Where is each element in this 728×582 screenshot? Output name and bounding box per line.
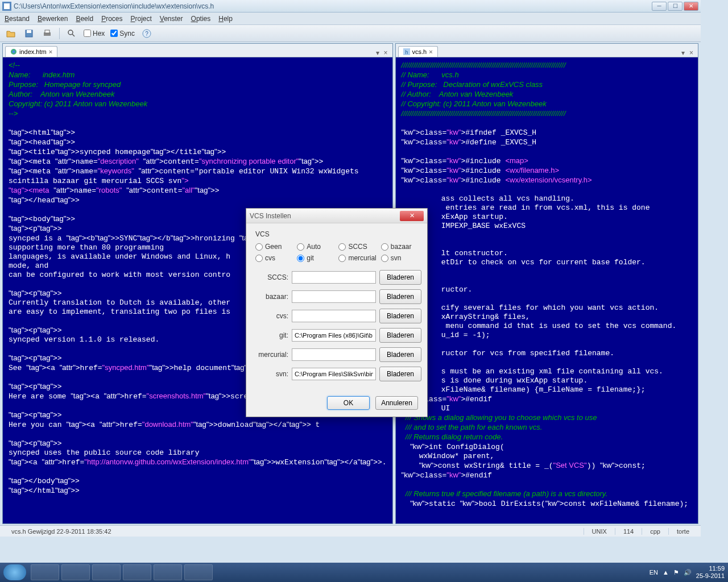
field-input-git[interactable]: [292, 329, 376, 342]
pane-close-icon[interactable]: ×: [687, 49, 696, 57]
hex-checkbox[interactable]: Hex: [84, 30, 105, 38]
field-label: svn:: [255, 370, 288, 378]
window-titlebar: C:\Users\Anton\wxExtension\extension\inc…: [0, 0, 701, 13]
tab-dropdown-icon[interactable]: ▾: [374, 49, 382, 57]
tab-vcs-h[interactable]: h vcs.h ×: [398, 46, 438, 57]
menu-help[interactable]: Help: [218, 15, 233, 23]
svg-point-6: [68, 30, 73, 35]
browse-button[interactable]: Bladeren: [379, 289, 421, 304]
menu-beeld[interactable]: Beeld: [76, 15, 93, 23]
browse-button[interactable]: Bladeren: [379, 347, 421, 362]
svg-rect-5: [45, 30, 49, 33]
tab-dropdown-icon[interactable]: ▾: [679, 49, 687, 57]
menubar: Bestand Bewerken Beeld Proces Project Ve…: [0, 13, 701, 25]
radio-geen[interactable]: Geen: [255, 243, 292, 251]
field-label: cvs:: [255, 312, 288, 320]
help-icon[interactable]: ?: [140, 27, 153, 40]
ok-button[interactable]: OK: [327, 396, 370, 410]
menu-opties[interactable]: Opties: [191, 15, 211, 23]
tab-close-icon[interactable]: ×: [49, 48, 52, 55]
field-label: SCCS:: [255, 273, 288, 281]
dialog-close-button[interactable]: ✕: [400, 211, 424, 221]
right-editor[interactable]: ////////////////////////////////////////…: [396, 57, 698, 523]
radio-svn[interactable]: svn: [381, 254, 418, 262]
status-encoding: UNIX: [584, 528, 615, 535]
field-label: bazaar:: [255, 293, 288, 301]
svg-rect-1: [4, 3, 10, 9]
svg-text:h: h: [405, 49, 408, 55]
h-file-icon: h: [403, 48, 410, 55]
tab-close-icon[interactable]: ×: [429, 48, 432, 55]
svg-line-7: [72, 34, 75, 36]
field-label: mercurial:: [255, 351, 288, 359]
minimize-button[interactable]: ─: [652, 2, 667, 11]
radio-bazaar[interactable]: bazaar: [381, 243, 418, 251]
tab-label: vcs.h: [412, 48, 427, 55]
dialog-title: VCS Instellen: [250, 212, 400, 220]
tab-index-htm[interactable]: index.htm ×: [5, 46, 57, 57]
sync-checkbox[interactable]: Sync: [110, 30, 135, 38]
field-input-mercurial[interactable]: [292, 348, 376, 361]
svg-text:?: ?: [145, 31, 148, 37]
field-input-sccs[interactable]: [292, 271, 376, 284]
menu-bestand[interactable]: Bestand: [5, 15, 30, 23]
field-input-cvs[interactable]: [292, 310, 376, 322]
svg-point-11: [13, 51, 15, 53]
radio-cvs[interactable]: cvs: [255, 254, 292, 262]
status-theme: torte: [668, 528, 697, 535]
open-icon[interactable]: [5, 27, 17, 40]
close-button[interactable]: ✕: [684, 2, 698, 11]
maximize-button[interactable]: ☐: [668, 2, 682, 11]
field-input-bazaar[interactable]: [292, 290, 376, 303]
browse-button[interactable]: Bladeren: [379, 367, 421, 381]
browse-button[interactable]: Bladeren: [379, 270, 421, 285]
field-label: git:: [255, 331, 288, 339]
status-lang: cpp: [642, 528, 668, 535]
vcs-dialog: VCS Instellen ✕ VCS GeenAutoSCCSbazaarcv…: [246, 208, 428, 417]
menu-proces[interactable]: Proces: [101, 15, 122, 23]
svg-rect-3: [27, 30, 31, 33]
status-file: vcs.h Gewijzigd 22-9-2011 18:35:42: [3, 528, 584, 535]
field-input-svn[interactable]: [292, 368, 376, 380]
browse-button[interactable]: Bladeren: [379, 328, 421, 343]
vcs-group-label: VCS: [255, 230, 418, 238]
tab-label: index.htm: [19, 48, 47, 55]
cancel-button[interactable]: Annuleren: [375, 396, 418, 410]
save-icon[interactable]: [23, 27, 35, 40]
print-icon[interactable]: [41, 27, 53, 40]
toolbar: Hex Sync ?: [0, 25, 701, 42]
browse-button[interactable]: Bladeren: [379, 309, 421, 323]
radio-git[interactable]: git: [297, 254, 334, 262]
menu-project[interactable]: Project: [130, 15, 151, 23]
window-title: C:\Users\Anton\wxExtension\extension\inc…: [14, 2, 652, 10]
chrome-icon: [10, 48, 17, 55]
right-pane: h vcs.h × ▾ × //////////////////////////…: [395, 43, 698, 524]
status-line: 114: [615, 528, 642, 535]
pane-close-icon[interactable]: ×: [382, 49, 390, 57]
menu-bewerken[interactable]: Bewerken: [38, 15, 68, 23]
status-bar: vcs.h Gewijzigd 22-9-2011 18:35:42 UNIX …: [0, 525, 701, 537]
app-icon: [2, 2, 11, 11]
radio-auto[interactable]: Auto: [297, 243, 334, 251]
radio-mercurial[interactable]: mercurial: [338, 254, 376, 262]
radio-sccs[interactable]: SCCS: [338, 243, 376, 251]
menu-venster[interactable]: Venster: [160, 15, 183, 23]
search-icon[interactable]: [65, 27, 78, 40]
